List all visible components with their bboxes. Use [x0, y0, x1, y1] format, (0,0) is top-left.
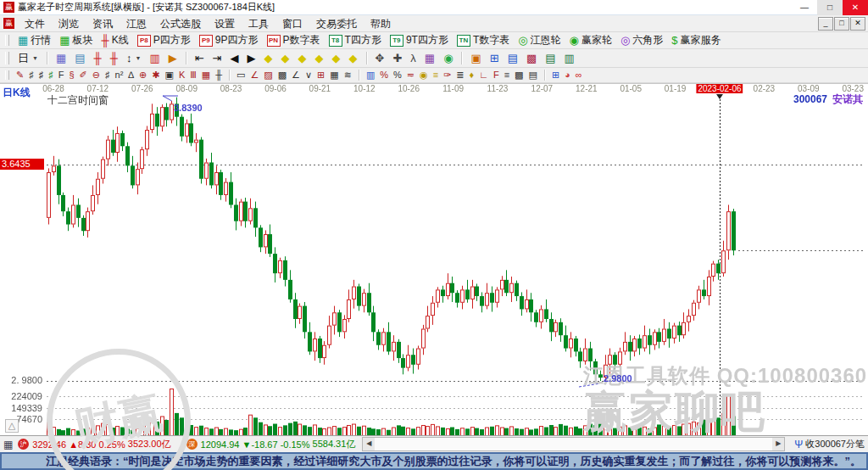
- measure-tool-button[interactable]: λ: [406, 49, 420, 67]
- spiral-tool[interactable]: §: [66, 68, 76, 82]
- t-table-button[interactable]: TNT数字表: [453, 32, 514, 48]
- marker-pen-tool[interactable]: ✑: [441, 68, 453, 82]
- n-square-tool[interactable]: n²: [113, 68, 126, 82]
- k-mark-tool[interactable]: K: [176, 68, 187, 82]
- infinity-tool[interactable]: ∞: [573, 68, 585, 82]
- notebook-button[interactable]: ▤: [504, 49, 522, 67]
- image-tool[interactable]: ▩: [275, 68, 289, 82]
- cycle-line-tool[interactable]: ♯: [26, 68, 36, 82]
- menu-item-8[interactable]: 交易委托: [309, 15, 364, 32]
- pen-tool[interactable]: ✎: [14, 68, 26, 82]
- right-angle-tool[interactable]: ∟: [476, 68, 491, 82]
- gann-box-tool[interactable]: ♯: [36, 68, 47, 82]
- mdi-minimize-button[interactable]: _: [818, 17, 833, 31]
- gann-wheel-button[interactable]: ◎江恩轮: [514, 32, 565, 48]
- brush-tool[interactable]: ✐: [77, 68, 90, 82]
- p-square-button[interactable]: P8P四方形: [133, 32, 195, 48]
- circle-cross-tool[interactable]: ⊕: [136, 68, 149, 82]
- grid-window-button[interactable]: ▦: [420, 49, 439, 67]
- menu-item-4[interactable]: 公式选股: [153, 15, 208, 32]
- pie-tool[interactable]: ◕: [562, 68, 573, 82]
- pillar-tool[interactable]: Ⅲ: [187, 68, 199, 82]
- golden-circle-tool[interactable]: ◉: [417, 68, 431, 82]
- mini-chart-tool[interactable]: ▤: [526, 68, 540, 82]
- ellipse-tool[interactable]: ⊖: [90, 68, 103, 82]
- mdi-close-button[interactable]: ✕: [850, 17, 865, 31]
- hexagon-button[interactable]: ◎六角形: [616, 32, 667, 48]
- status-scrollbar[interactable]: ◀ ▶: [362, 437, 785, 451]
- kline-style1-icon[interactable]: ╫: [90, 49, 106, 67]
- maximize-button[interactable]: □: [817, 0, 843, 15]
- pane-toggle-button[interactable]: △: [5, 419, 19, 433]
- percent-retrace-tool[interactable]: %: [377, 68, 391, 82]
- mdi-restore-button[interactable]: □: [834, 17, 849, 31]
- menu-item-9[interactable]: 帮助: [364, 15, 398, 32]
- percent-line-tool[interactable]: ≂: [404, 68, 417, 82]
- diamond-5-button[interactable]: ◆: [328, 49, 345, 67]
- steps-tool[interactable]: ≡: [502, 68, 512, 82]
- menu-item-7[interactable]: 窗口: [275, 15, 309, 32]
- diamond-3-button[interactable]: ◆: [294, 49, 311, 67]
- gann-box2-tool[interactable]: ♯: [46, 68, 56, 82]
- first-page-button[interactable]: ⇤: [191, 49, 209, 67]
- fence-tool[interactable]: ▦: [199, 68, 213, 82]
- scale-toggle-button[interactable]: ↕▼: [122, 49, 145, 67]
- indicator-flag-icon[interactable]: ▶: [164, 49, 181, 67]
- rect-tool[interactable]: ▭: [234, 68, 248, 82]
- grid-tool[interactable]: ⊞: [314, 68, 327, 82]
- 9p-square-button[interactable]: P99P四方形: [195, 32, 263, 48]
- kline-button[interactable]: ╫K线: [97, 32, 133, 48]
- close-button[interactable]: ✕: [843, 0, 868, 15]
- menu-item-0[interactable]: 文件: [18, 15, 52, 32]
- menu-item-1[interactable]: 浏览: [52, 15, 86, 32]
- solid-box-tool[interactable]: ▩: [512, 68, 526, 82]
- ruler-tool[interactable]: ▥: [364, 68, 377, 82]
- diamond-6-button[interactable]: ◆: [345, 49, 362, 67]
- fan-tool[interactable]: ∠: [248, 68, 261, 82]
- calendar-button[interactable]: ▣: [466, 49, 485, 67]
- box-select-tool[interactable]: ▣: [162, 68, 175, 82]
- last-page-button[interactable]: ⇥: [209, 49, 226, 67]
- golden-diamond-tool[interactable]: ♦: [467, 68, 477, 82]
- winner-service-button[interactable]: $赢家服务: [667, 32, 725, 48]
- menu-item-6[interactable]: 工具: [242, 15, 275, 32]
- kline-chart-canvas[interactable]: [0, 84, 868, 436]
- angle-line-tool[interactable]: ∠: [289, 68, 303, 82]
- board-button[interactable]: ▦板块: [55, 32, 97, 48]
- span-tool[interactable]: ╫: [213, 68, 225, 82]
- dense-grid-tool[interactable]: ▦: [327, 68, 341, 82]
- scroll-left-arrow[interactable]: ◀: [363, 438, 375, 450]
- minimize-button[interactable]: —: [792, 0, 817, 15]
- diamond-1-button[interactable]: ◆: [260, 49, 277, 67]
- starburst-tool[interactable]: ✱: [149, 68, 162, 82]
- export-button[interactable]: ▤: [541, 49, 559, 67]
- ladder-tool[interactable]: ≣: [453, 68, 466, 82]
- scroll-right-arrow[interactable]: ▶: [772, 438, 784, 450]
- send-button[interactable]: ▥: [560, 49, 579, 67]
- next-bar-button[interactable]: ▶: [243, 49, 260, 67]
- menu-item-3[interactable]: 江恩: [120, 15, 153, 32]
- grid-line-tool[interactable]: ♯: [103, 68, 113, 82]
- kline-style2-icon[interactable]: ╫: [106, 49, 122, 67]
- percent-tool[interactable]: %: [391, 68, 404, 82]
- t-square-button[interactable]: T8T四方形: [325, 32, 386, 48]
- f-line-tool[interactable]: F: [491, 68, 502, 82]
- menu-item-5[interactable]: 设置: [208, 15, 242, 32]
- info-panel-icon[interactable]: ▤: [70, 49, 89, 67]
- prev-bar-button[interactable]: ◀: [226, 49, 243, 67]
- winner-wheel-button[interactable]: ◉赢家轮: [565, 32, 616, 48]
- wave-tool[interactable]: ≋: [342, 68, 354, 82]
- diamond-4-button[interactable]: ◆: [311, 49, 328, 67]
- flag-tool[interactable]: F: [56, 68, 67, 82]
- golden-section-tool[interactable]: ≡: [431, 68, 441, 82]
- kline-box-icon[interactable]: ▥: [145, 49, 164, 67]
- menu-item-2[interactable]: 资讯: [86, 15, 120, 32]
- p-table-button[interactable]: PNP数字表: [263, 32, 325, 48]
- angle-measure-tool[interactable]: ∆: [125, 68, 136, 82]
- quotes-button[interactable]: ▦行情: [14, 32, 55, 48]
- 9t-square-button[interactable]: T99T四方形: [386, 32, 453, 48]
- diamond-2-button[interactable]: ◆: [277, 49, 294, 67]
- zoom-circle-button[interactable]: ◉: [439, 49, 457, 67]
- check-line-tool[interactable]: ∨: [303, 68, 314, 82]
- chart-window-icon[interactable]: ▦: [52, 49, 70, 67]
